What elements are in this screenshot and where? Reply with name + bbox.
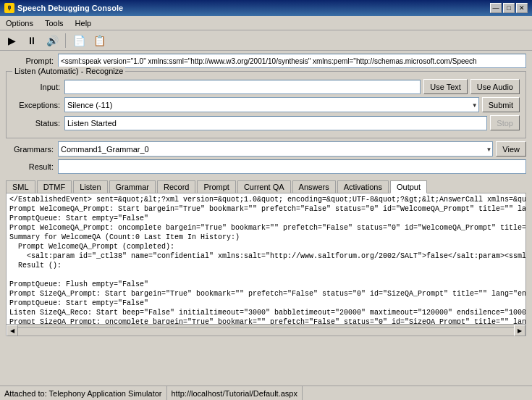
main-content: Prompt: Listen (Automatic) - Recognize I… (0, 51, 532, 180)
log-textarea[interactable] (7, 193, 525, 324)
grammars-dropdown[interactable]: Command1_Grammar_0 (58, 141, 493, 157)
tab-output[interactable]: Output (390, 180, 427, 193)
tab-sml[interactable]: SML (6, 180, 35, 193)
toolbar-clipboard-btn[interactable]: 📋 (90, 33, 108, 49)
minimize-button[interactable]: — (490, 3, 502, 13)
result-field (58, 159, 526, 174)
status-bar: Attached to: Telephony Application Simul… (0, 386, 532, 400)
use-text-button[interactable]: Use Text (423, 79, 468, 94)
window-controls: — □ ✕ (490, 3, 528, 13)
tab-listen[interactable]: Listen (73, 180, 107, 193)
submit-button[interactable]: Submit (482, 97, 520, 112)
toolbar-audio-btn[interactable]: 🔊 (43, 33, 61, 49)
hscroll-track[interactable] (18, 327, 514, 333)
prompt-label: Prompt: (6, 57, 58, 65)
maximize-button[interactable]: □ (503, 3, 515, 13)
hscroll-left-btn[interactable]: ◀ (7, 325, 18, 336)
status-field (64, 116, 487, 130)
hscroll-right-btn[interactable]: ▶ (514, 325, 525, 336)
tab-answers[interactable]: Answers (292, 180, 336, 193)
view-button[interactable]: View (496, 141, 526, 157)
grammars-row: Grammars: Command1_Grammar_0 View (6, 141, 526, 157)
tab-grammar[interactable]: Grammar (109, 180, 156, 193)
toolbar-play-btn[interactable]: ▶ (3, 33, 20, 49)
exceptions-row: Exceptions: Silence (-11) Submit (12, 97, 520, 112)
status-row: Status: Stop (12, 115, 520, 130)
menu-help[interactable]: Help (72, 18, 95, 28)
toolbar-pause-btn[interactable]: ⏸ (23, 33, 41, 49)
close-button[interactable]: ✕ (516, 3, 528, 13)
tabs-bar: SML DTMF Listen Grammar Record Prompt Cu… (0, 180, 532, 193)
tab-current-qa[interactable]: Current QA (237, 180, 291, 193)
input-label: Input: (12, 83, 64, 91)
hscroll-bar: ◀ ▶ (6, 325, 526, 336)
menu-tools[interactable]: Tools (42, 18, 67, 28)
listen-group-title: Listen (Automatic) - Recognize (12, 67, 125, 75)
status-right: http://localhost/Tutorial/Default.aspx (167, 386, 303, 400)
title-bar: 🎙 Speech Debugging Console — □ ✕ (0, 0, 532, 16)
use-audio-button[interactable]: Use Audio (470, 79, 520, 94)
result-label: Result: (6, 162, 58, 171)
input-row: Input: Use Text Use Audio (12, 79, 520, 94)
app-icon: 🎙 (4, 3, 14, 13)
toolbar: ▶ ⏸ 🔊 📄 📋 (0, 30, 532, 51)
toolbar-doc-btn[interactable]: 📄 (70, 33, 88, 49)
prompt-input[interactable] (58, 54, 526, 68)
exceptions-label: Exceptions: (12, 101, 64, 109)
tab-dtmf[interactable]: DTMF (37, 180, 72, 193)
stop-button[interactable]: Stop (490, 115, 520, 130)
grammars-label: Grammars: (6, 145, 58, 154)
log-container (7, 193, 525, 324)
tab-activations[interactable]: Activations (337, 180, 389, 193)
exceptions-dropdown[interactable]: Silence (-11) (64, 97, 479, 112)
tab-record[interactable]: Record (157, 180, 195, 193)
menu-bar: Options Tools Help (0, 16, 532, 30)
menu-options[interactable]: Options (3, 18, 36, 28)
prompt-row: Prompt: (6, 54, 526, 68)
status-left: Attached to: Telephony Application Simul… (0, 386, 167, 400)
toolbar-separator-1 (65, 33, 66, 48)
status-label: Status: (12, 119, 64, 128)
tab-prompt[interactable]: Prompt (197, 180, 235, 193)
result-row: Result: (6, 159, 526, 174)
log-wrapper (6, 193, 526, 325)
input-field[interactable] (64, 80, 421, 94)
listen-group: Listen (Automatic) - Recognize Input: Us… (6, 71, 526, 138)
window-title: Speech Debugging Console (17, 4, 123, 12)
